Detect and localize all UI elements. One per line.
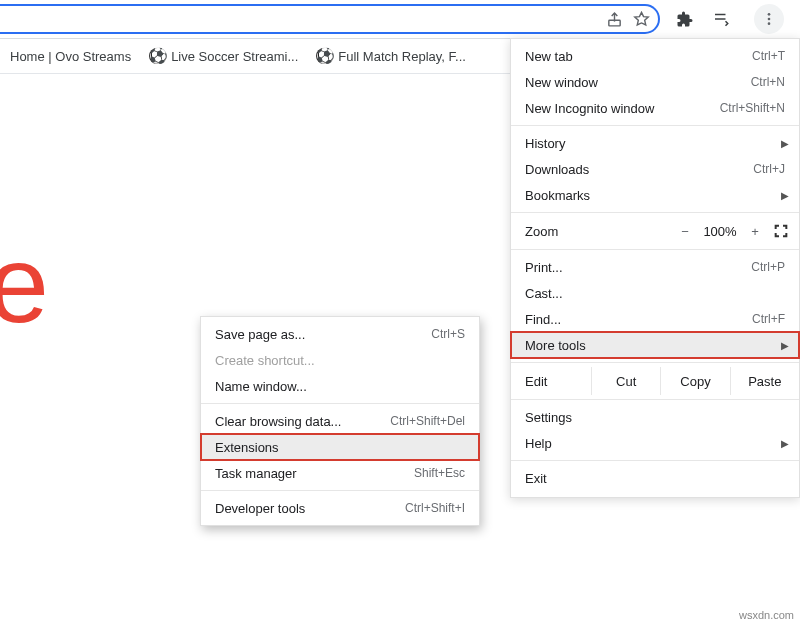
menu-separator bbox=[201, 490, 479, 491]
menu-accelerator: Ctrl+S bbox=[431, 327, 465, 341]
extensions-icon[interactable] bbox=[676, 10, 694, 28]
submenu-clear-data[interactable]: Clear browsing data... Ctrl+Shift+Del bbox=[201, 408, 479, 434]
svg-point-1 bbox=[768, 13, 771, 16]
menu-label: New window bbox=[525, 75, 751, 90]
menu-incognito[interactable]: New Incognito window Ctrl+Shift+N bbox=[511, 95, 799, 121]
menu-exit[interactable]: Exit bbox=[511, 465, 799, 491]
menu-label: Settings bbox=[525, 410, 785, 425]
google-logo-fragment: gle bbox=[0, 220, 45, 347]
edit-copy-button[interactable]: Copy bbox=[660, 367, 729, 395]
browser-toolbar bbox=[0, 0, 800, 38]
menu-accelerator: Ctrl+F bbox=[752, 312, 785, 326]
menu-help[interactable]: Help ▶ bbox=[511, 430, 799, 456]
menu-label: Create shortcut... bbox=[215, 353, 465, 368]
submenu-create-shortcut: Create shortcut... bbox=[201, 347, 479, 373]
menu-label: Save page as... bbox=[215, 327, 431, 342]
menu-separator bbox=[511, 249, 799, 250]
toolbar-actions bbox=[666, 4, 790, 34]
menu-find[interactable]: Find... Ctrl+F bbox=[511, 306, 799, 332]
star-icon[interactable] bbox=[633, 11, 650, 28]
menu-bookmarks[interactable]: Bookmarks ▶ bbox=[511, 182, 799, 208]
menu-label: New Incognito window bbox=[525, 101, 720, 116]
menu-accelerator: Shift+Esc bbox=[414, 466, 465, 480]
zoom-out-button[interactable]: − bbox=[673, 224, 697, 239]
menu-history[interactable]: History ▶ bbox=[511, 130, 799, 156]
watermark-text: wsxdn.com bbox=[739, 609, 794, 621]
more-tools-submenu: Save page as... Ctrl+S Create shortcut..… bbox=[200, 316, 480, 526]
bookmark-label: Home | Ovo Streams bbox=[10, 49, 131, 64]
menu-accelerator: Ctrl+N bbox=[751, 75, 785, 89]
menu-separator bbox=[201, 403, 479, 404]
menu-accelerator: Ctrl+Shift+I bbox=[405, 501, 465, 515]
submenu-arrow-icon: ▶ bbox=[781, 138, 789, 149]
menu-cast[interactable]: Cast... bbox=[511, 280, 799, 306]
menu-accelerator: Ctrl+T bbox=[752, 49, 785, 63]
menu-label: New tab bbox=[525, 49, 752, 64]
bookmark-item[interactable]: Live Soccer Streami... bbox=[149, 48, 298, 64]
soccer-icon bbox=[149, 48, 165, 64]
media-control-icon[interactable] bbox=[712, 10, 730, 28]
menu-separator bbox=[511, 460, 799, 461]
bookmark-item[interactable]: Home | Ovo Streams bbox=[10, 49, 131, 64]
svg-point-3 bbox=[768, 22, 771, 25]
menu-edit-row: Edit Cut Copy Paste bbox=[511, 367, 799, 395]
omnibox[interactable] bbox=[0, 4, 660, 34]
edit-cut-button[interactable]: Cut bbox=[591, 367, 660, 395]
menu-label: Find... bbox=[525, 312, 752, 327]
menu-separator bbox=[511, 399, 799, 400]
edit-label: Edit bbox=[511, 367, 591, 395]
menu-label: Print... bbox=[525, 260, 751, 275]
menu-label: History bbox=[525, 136, 785, 151]
submenu-arrow-icon: ▶ bbox=[781, 438, 789, 449]
menu-accelerator: Ctrl+Shift+N bbox=[720, 101, 785, 115]
submenu-arrow-icon: ▶ bbox=[781, 340, 789, 351]
menu-label: Exit bbox=[525, 471, 785, 486]
menu-label: Cast... bbox=[525, 286, 785, 301]
menu-accelerator: Ctrl+P bbox=[751, 260, 785, 274]
menu-label: Developer tools bbox=[215, 501, 405, 516]
menu-settings[interactable]: Settings bbox=[511, 404, 799, 430]
menu-label: Downloads bbox=[525, 162, 753, 177]
menu-more-tools[interactable]: More tools ▶ bbox=[511, 332, 799, 358]
menu-zoom-row: Zoom − 100% + bbox=[511, 217, 799, 245]
submenu-developer-tools[interactable]: Developer tools Ctrl+Shift+I bbox=[201, 495, 479, 521]
share-icon[interactable] bbox=[606, 11, 623, 28]
menu-new-tab[interactable]: New tab Ctrl+T bbox=[511, 43, 799, 69]
edit-paste-button[interactable]: Paste bbox=[730, 367, 799, 395]
menu-label: Help bbox=[525, 436, 785, 451]
submenu-task-manager[interactable]: Task manager Shift+Esc bbox=[201, 460, 479, 486]
svg-point-2 bbox=[768, 18, 771, 21]
zoom-value: 100% bbox=[697, 224, 743, 239]
zoom-label: Zoom bbox=[525, 224, 673, 239]
menu-accelerator: Ctrl+Shift+Del bbox=[390, 414, 465, 428]
bookmark-item[interactable]: Full Match Replay, F... bbox=[316, 48, 466, 64]
menu-print[interactable]: Print... Ctrl+P bbox=[511, 254, 799, 280]
menu-separator bbox=[511, 362, 799, 363]
menu-label: Bookmarks bbox=[525, 188, 785, 203]
chrome-main-menu: New tab Ctrl+T New window Ctrl+N New Inc… bbox=[510, 38, 800, 498]
submenu-save-page[interactable]: Save page as... Ctrl+S bbox=[201, 321, 479, 347]
menu-separator bbox=[511, 125, 799, 126]
menu-new-window[interactable]: New window Ctrl+N bbox=[511, 69, 799, 95]
fullscreen-icon[interactable] bbox=[773, 223, 789, 239]
zoom-in-button[interactable]: + bbox=[743, 224, 767, 239]
bookmark-label: Full Match Replay, F... bbox=[338, 49, 466, 64]
menu-downloads[interactable]: Downloads Ctrl+J bbox=[511, 156, 799, 182]
menu-label: Extensions bbox=[215, 440, 465, 455]
menu-label: Task manager bbox=[215, 466, 414, 481]
submenu-extensions[interactable]: Extensions bbox=[201, 434, 479, 460]
soccer-icon bbox=[316, 48, 332, 64]
menu-accelerator: Ctrl+J bbox=[753, 162, 785, 176]
menu-label: Name window... bbox=[215, 379, 465, 394]
menu-dots-button[interactable] bbox=[754, 4, 784, 34]
submenu-arrow-icon: ▶ bbox=[781, 190, 789, 201]
submenu-name-window[interactable]: Name window... bbox=[201, 373, 479, 399]
menu-label: Clear browsing data... bbox=[215, 414, 390, 429]
menu-separator bbox=[511, 212, 799, 213]
bookmark-label: Live Soccer Streami... bbox=[171, 49, 298, 64]
menu-label: More tools bbox=[525, 338, 785, 353]
